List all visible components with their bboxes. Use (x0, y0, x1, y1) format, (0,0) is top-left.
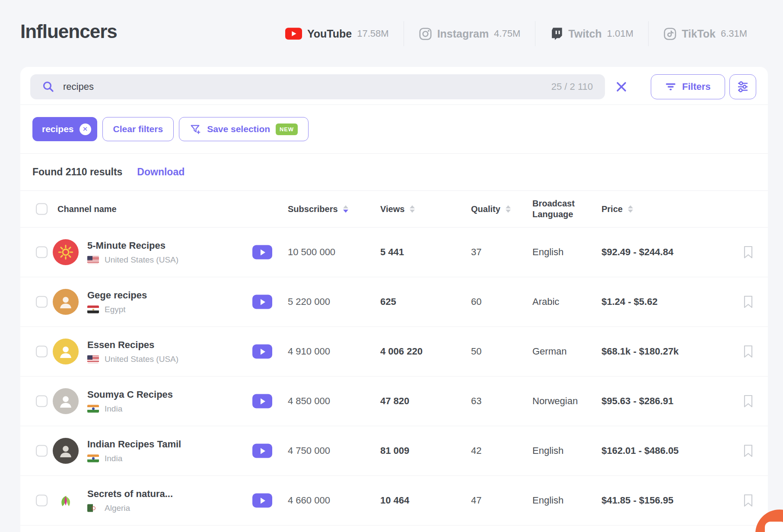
subscribers-header-label: Subscribers (288, 204, 338, 214)
bookmark-icon[interactable] (743, 246, 754, 259)
channel-country-row: United States (USA) (87, 355, 178, 364)
sliders-icon (736, 80, 749, 93)
quality-value: 60 (471, 296, 481, 307)
channel-name[interactable]: Gege recipes (87, 290, 147, 301)
language-value: Arabic (532, 296, 559, 307)
channel-name-header: Channel name (57, 204, 117, 214)
channel-info: Soumya C RecipesIndia (87, 389, 173, 414)
filters-button[interactable]: Filters (651, 74, 725, 99)
sort-icon-quality[interactable] (506, 206, 511, 213)
clear-filters-label: Clear filters (113, 124, 163, 134)
row-checkbox[interactable] (36, 296, 48, 308)
youtube-icon (285, 28, 302, 40)
channel-name[interactable]: Essen Recipes (87, 339, 154, 350)
bookmark-icon[interactable] (743, 494, 754, 507)
country-flag-icon (87, 405, 99, 413)
channel-name[interactable]: 5-Minute Recipes (87, 240, 166, 251)
youtube-play-button[interactable] (252, 444, 272, 458)
platform-name: YouTube (307, 28, 352, 40)
channel-avatar (53, 339, 79, 364)
country-flag-icon (87, 455, 99, 462)
channel-name[interactable]: Secrets of natura... (87, 488, 173, 499)
subscribers-value: 10 500 000 (288, 247, 335, 258)
tab-twitch[interactable]: Twitch 1.01M (546, 27, 637, 41)
tiktok-icon (663, 27, 677, 41)
sort-icon-price[interactable] (628, 206, 633, 213)
remove-chip-icon[interactable]: ✕ (80, 124, 91, 135)
tab-tiktok[interactable]: TikTok 6.31M (659, 27, 751, 41)
youtube-play-button[interactable] (252, 295, 272, 309)
subscribers-value: 4 850 000 (288, 396, 330, 407)
youtube-play-button[interactable] (252, 394, 272, 408)
select-all-checkbox[interactable] (36, 203, 48, 215)
filter-icon (665, 82, 676, 92)
table-row: Indian Recipes TamilIndia4 750 00081 009… (20, 426, 768, 476)
sort-icon-subscribers[interactable] (343, 206, 348, 213)
channel-country-row: United States (USA) (87, 255, 178, 265)
row-checkbox[interactable] (36, 346, 48, 358)
channel-country: United States (USA) (105, 355, 178, 364)
subscribers-value: 5 220 000 (288, 296, 330, 307)
clear-search-button[interactable] (614, 80, 628, 94)
platform-tabs: YouTube 17.58M Instagram 4.75M Twitch 1.… (281, 20, 751, 48)
views-header-label: Views (380, 204, 404, 214)
views-value: 625 (380, 296, 396, 307)
price-value: $95.63 - $286.91 (602, 396, 673, 407)
tab-instagram[interactable]: Instagram 4.75M (414, 27, 525, 41)
save-selection-label: Save selection (207, 124, 270, 134)
row-checkbox[interactable] (36, 396, 48, 407)
table-header: Channel name Subscribers Views Quality B… (20, 191, 768, 228)
price-value: $68.1k - $180.27k (602, 346, 679, 357)
search-icon (42, 81, 54, 93)
quality-value: 63 (471, 396, 481, 407)
results-summary-row: Found 2110 results Download (20, 154, 768, 191)
row-checkbox[interactable] (36, 445, 48, 457)
bookmark-icon[interactable] (743, 345, 754, 358)
search-input[interactable]: recipes 25 / 2 110 (30, 74, 605, 99)
quality-header[interactable]: Quality (471, 204, 511, 214)
channel-country-row: India (87, 404, 173, 414)
channel-avatar (53, 488, 79, 513)
search-counter: 25 / 2 110 (551, 81, 593, 92)
channel-name[interactable]: Soumya C Recipes (87, 389, 173, 400)
views-value: 47 820 (380, 396, 409, 407)
subscribers-header[interactable]: Subscribers (288, 204, 348, 214)
platform-count: 6.31M (721, 28, 747, 39)
youtube-play-button[interactable] (252, 245, 272, 260)
price-header[interactable]: Price (602, 204, 633, 214)
views-header[interactable]: Views (380, 204, 415, 214)
instagram-icon (419, 27, 432, 41)
save-selection-button[interactable]: Save selection NEW (179, 117, 309, 141)
bookmark-icon[interactable] (743, 395, 754, 408)
row-checkbox[interactable] (36, 247, 48, 258)
results-summary: Found 2110 results (32, 166, 122, 178)
channel-info: Secrets of natura...Algeria (87, 488, 173, 513)
chip-label: recipes (42, 124, 74, 134)
country-flag-icon (87, 306, 99, 314)
quality-value: 42 (471, 445, 481, 456)
channel-country: Algeria (105, 504, 130, 513)
filter-chip-recipes[interactable]: recipes ✕ (32, 117, 97, 141)
page-title: Influencers (20, 21, 117, 42)
bookmark-icon[interactable] (743, 444, 754, 458)
price-header-label: Price (602, 204, 623, 214)
row-checkbox[interactable] (36, 495, 48, 507)
clear-filters-button[interactable]: Clear filters (102, 117, 174, 141)
language-value: English (532, 495, 563, 506)
channel-avatar (53, 239, 79, 265)
download-link[interactable]: Download (137, 166, 185, 178)
views-value: 81 009 (380, 445, 409, 456)
youtube-play-button[interactable] (252, 345, 272, 359)
platform-count: 17.58M (357, 28, 388, 39)
sort-icon-views[interactable] (410, 206, 415, 213)
price-value: $1.24 - $5.62 (602, 296, 658, 307)
channel-name[interactable]: Indian Recipes Tamil (87, 439, 181, 450)
search-settings-button[interactable] (729, 74, 756, 99)
tab-youtube[interactable]: YouTube 17.58M (281, 28, 393, 40)
youtube-play-button[interactable] (252, 494, 272, 508)
bookmark-icon[interactable] (743, 295, 754, 309)
search-query[interactable]: recipes (63, 81, 543, 92)
tab-divider (648, 21, 649, 46)
subscribers-value: 4 750 000 (288, 445, 330, 456)
language-value: German (532, 346, 567, 357)
